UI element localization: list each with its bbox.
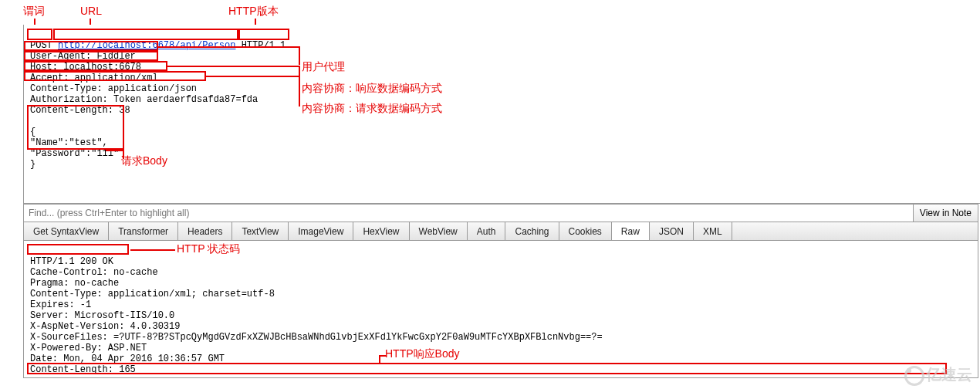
resp-hdr-2: Content-Type: application/xml; charset=u… [30, 289, 275, 299]
tab-cookies[interactable]: Cookies [559, 222, 612, 240]
annotation-accept-neg: 内容协商：响应数据编码方式 [302, 82, 442, 96]
watermark-icon [904, 366, 924, 386]
tab-headers[interactable]: Headers [178, 222, 232, 240]
tab-json[interactable]: JSON [650, 222, 694, 240]
response-raw[interactable]: HTTP/1.1 200 OK Cache-Control: no-cache … [30, 245, 972, 378]
watermark: 亿速云 [904, 364, 972, 386]
hdr-user-agent: User-Agent: Fiddler [30, 51, 136, 62]
body-line-2: "Password":"111" [30, 148, 119, 159]
tab-auth[interactable]: Auth [468, 222, 506, 240]
find-bar: View in Note [23, 204, 978, 222]
resp-hdr-1: Pragma: no-cache [30, 278, 119, 289]
resp-hdr-6: X-SourceFiles: =?UTF-8?B?STpcQyMgdGVzdFx… [30, 332, 603, 343]
tab-webview[interactable]: WebView [410, 222, 468, 240]
tab-textview[interactable]: TextView [232, 222, 289, 240]
body-line-1: "Name":"test", [30, 137, 108, 148]
annotation-user-agent: 用户代理 [302, 60, 345, 74]
tab-transformer[interactable]: Transformer [109, 222, 178, 240]
annotation-req-body: 请求Body [121, 154, 167, 168]
resp-hdr-0: Cache-Control: no-cache [30, 267, 158, 278]
tab-hexview[interactable]: HexView [353, 222, 409, 240]
tab-xml[interactable]: XML [694, 222, 732, 240]
annotation-http-version: HTTP版本 [228, 5, 279, 19]
resp-hdr-5: X-AspNet-Version: 4.0.30319 [30, 321, 180, 332]
annotation-ctype-neg: 内容协商：请求数据编码方式 [302, 102, 442, 116]
body-line-0: { [30, 127, 35, 137]
body-line-3: } [30, 159, 35, 170]
hdr-content-length: Content-Length: 38 [30, 105, 130, 116]
annotation-url: URL [80, 5, 102, 17]
hdr-content-type: Content-Type: application/json [30, 83, 197, 94]
hdr-host: Host: localhost:6678 [30, 62, 141, 73]
tab-get-syntaxview[interactable]: Get SyntaxView [24, 222, 109, 240]
request-http-version: HTTP/1.1 [242, 40, 286, 51]
resp-hdr-4: Server: Microsoft-IIS/10.0 [30, 310, 174, 321]
tab-raw[interactable]: Raw [612, 222, 650, 240]
request-panel: POST http://localhost:6678/api/Person HT… [23, 25, 980, 204]
resp-hdr-3: Expires: -1 [30, 299, 91, 310]
resp-hdr-7: X-Powered-By: ASP.NET [30, 343, 147, 353]
hdr-authorization: Authorization: Token aerdaerfdsafda87=fd… [30, 94, 258, 105]
tab-caching[interactable]: Caching [505, 222, 559, 240]
request-raw[interactable]: POST http://localhost:6678/api/Person HT… [30, 29, 980, 181]
tab-imageview[interactable]: ImageView [289, 222, 353, 240]
hdr-accept: Accept: application/xml [30, 73, 158, 83]
response-panel: HTTP/1.1 200 OK Cache-Control: no-cache … [23, 241, 978, 378]
inspector-tabs: Get SyntaxViewTransformerHeadersTextView… [23, 222, 978, 241]
annotation-verb: 谓词 [23, 5, 45, 19]
request-method: POST [30, 40, 52, 51]
annotation-status-code: HTTP 状态码 [177, 242, 240, 256]
find-input[interactable] [24, 205, 913, 222]
resp-hdr-9: Content-Length: 165 [30, 364, 136, 375]
view-in-notepad-button[interactable]: View in Note [913, 205, 978, 222]
request-url[interactable]: http://localhost:6678/api/Person [58, 40, 235, 51]
response-status: HTTP/1.1 200 OK [30, 256, 113, 267]
annotation-resp-body: HTTP响应Body [385, 347, 459, 361]
resp-hdr-8: Date: Mon, 04 Apr 2016 10:36:57 GMT [30, 353, 225, 364]
